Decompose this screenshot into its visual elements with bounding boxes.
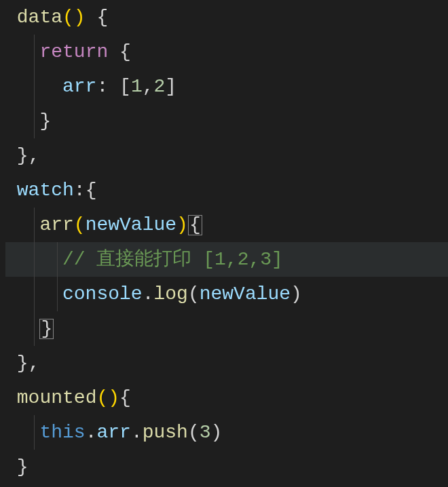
param-newvalue: newValue	[86, 214, 176, 235]
code-line: this.arr.push(3)	[5, 415, 448, 450]
code-editor[interactable]: data() { return { arr: [1,2] } }, watch:…	[0, 0, 448, 484]
keyword-return: return	[39, 41, 108, 62]
bracket-match-close: }	[39, 319, 54, 339]
method-log: log	[153, 284, 187, 305]
method-name: data	[17, 7, 62, 28]
method-mounted: mounted	[17, 387, 97, 408]
identifier-console: console	[62, 284, 143, 305]
property-watch: watch	[17, 180, 74, 201]
method-arr: arr	[39, 214, 73, 235]
number-literal: 3	[200, 422, 211, 443]
code-line: console.log(newValue)	[5, 277, 448, 311]
code-line: }	[5, 104, 448, 138]
arg-newvalue: newValue	[200, 284, 291, 305]
code-line: },	[5, 346, 448, 381]
code-line: }	[5, 450, 448, 484]
keyword-this: this	[39, 422, 85, 443]
code-line: arr: [1,2]	[5, 69, 448, 104]
code-line-highlighted: // 直接能打印 [1,2,3]	[5, 242, 448, 277]
code-line: }	[5, 311, 448, 346]
method-push: push	[143, 422, 188, 443]
code-line: mounted(){	[5, 381, 448, 415]
comment: // 直接能打印 [1,2,3]	[62, 249, 283, 270]
code-line: },	[5, 138, 448, 173]
code-line: watch:{	[5, 173, 448, 208]
code-line: data() {	[5, 0, 448, 35]
code-line: arr(newValue){	[5, 208, 448, 242]
code-line: return {	[5, 35, 448, 69]
property-arr: arr	[62, 76, 96, 97]
bracket-match-open: {	[188, 215, 202, 235]
property-arr: arr	[96, 422, 130, 443]
